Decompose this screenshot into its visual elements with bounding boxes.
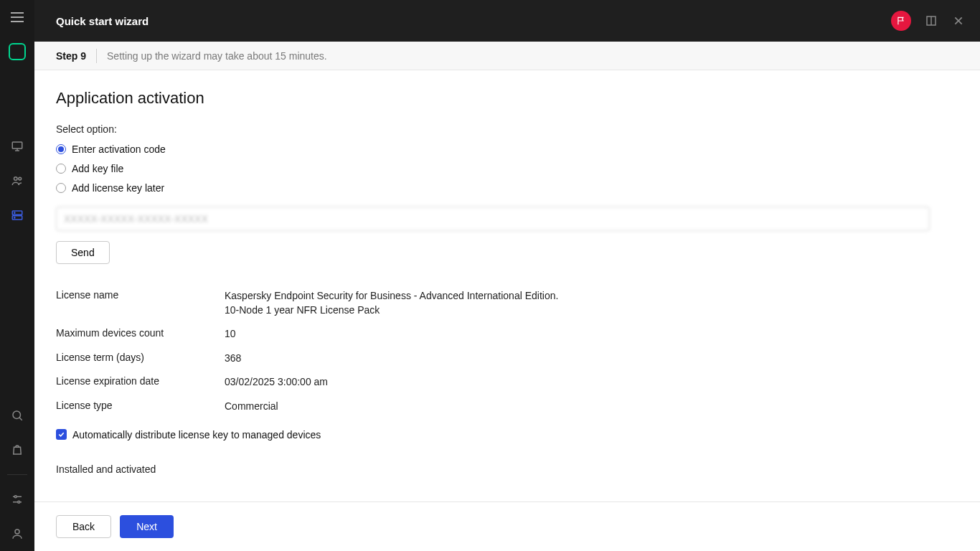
brand-logo (9, 43, 26, 60)
radio-add-license-later[interactable]: Add license key later (56, 182, 958, 194)
page-title: Application activation (56, 89, 958, 108)
step-separator (96, 49, 97, 63)
activation-code-input[interactable] (56, 207, 930, 231)
svg-point-8 (14, 217, 15, 218)
svg-point-3 (14, 177, 18, 181)
wizard-header: Quick start wizard (34, 0, 980, 42)
auto-distribute-checkbox[interactable]: Automatically distribute license key to … (56, 429, 958, 441)
license-name-value: Kaspersky Endpoint Security for Business… (225, 289, 558, 317)
svg-point-12 (14, 496, 17, 498)
svg-point-15 (15, 529, 19, 534)
radio-icon (56, 164, 66, 174)
activation-option-group: Enter activation code Add key file Add l… (56, 143, 958, 194)
bookmark-icon[interactable] (924, 14, 938, 28)
license-expiry-label: License expiration date (56, 375, 225, 390)
auto-distribute-label: Automatically distribute license key to … (72, 429, 321, 441)
svg-point-14 (18, 501, 20, 503)
radio-label: Enter activation code (72, 143, 166, 155)
search-icon[interactable] (9, 407, 26, 424)
radio-icon (56, 144, 66, 154)
radio-enter-activation-code[interactable]: Enter activation code (56, 143, 958, 155)
license-type-label: License type (56, 400, 225, 414)
step-number: Step 9 (56, 50, 86, 62)
step-bar: Step 9 Setting up the wizard may take ab… (34, 42, 980, 70)
send-button[interactable]: Send (56, 241, 110, 264)
license-name-line1: Kaspersky Endpoint Security for Business… (225, 289, 558, 303)
bag-icon[interactable] (9, 441, 26, 458)
svg-point-4 (19, 177, 22, 180)
license-type-value: Commercial (225, 400, 278, 414)
license-name-line2: 10-Node 1 year NFR License Pack (225, 303, 558, 318)
next-button[interactable]: Next (120, 515, 174, 538)
radio-label: Add license key later (72, 182, 164, 194)
back-button[interactable]: Back (56, 515, 111, 538)
svg-point-9 (13, 411, 21, 419)
users-icon[interactable] (9, 172, 26, 189)
svg-point-7 (14, 212, 15, 213)
license-term-label: License term (days) (56, 352, 225, 366)
select-option-label: Select option: (56, 123, 958, 135)
radio-add-key-file[interactable]: Add key file (56, 163, 958, 174)
license-term-value: 368 (225, 352, 241, 366)
wizard-footer: Back Next (34, 501, 980, 551)
svg-rect-0 (12, 142, 22, 149)
profile-icon[interactable] (9, 525, 26, 542)
radio-label: Add key file (72, 163, 123, 174)
radio-icon (56, 183, 66, 193)
server-icon[interactable] (9, 207, 26, 224)
close-icon[interactable] (951, 14, 966, 28)
left-rail (0, 0, 34, 551)
wizard-content: Application activation Select option: En… (34, 70, 980, 501)
max-devices-value: 10 (225, 327, 236, 342)
wizard-title: Quick start wizard (56, 15, 891, 27)
max-devices-label: Maximum devices count (56, 327, 225, 342)
menu-icon[interactable] (9, 9, 26, 26)
monitor-icon[interactable] (9, 138, 26, 155)
svg-line-10 (19, 418, 22, 420)
license-info-table: License name Kaspersky Endpoint Security… (56, 284, 958, 419)
flag-button[interactable] (891, 11, 911, 31)
checkbox-icon (56, 429, 67, 440)
step-hint: Setting up the wizard may take about 15 … (107, 50, 327, 62)
settings-sliders-icon[interactable] (9, 491, 26, 508)
wizard-panel: Quick start wizard Step 9 Setting up the… (34, 0, 980, 551)
license-expiry-value: 03/02/2025 3:00:00 am (225, 375, 328, 390)
rail-divider (7, 474, 27, 475)
activation-status: Installed and activated (56, 463, 958, 475)
license-name-label: License name (56, 289, 225, 317)
